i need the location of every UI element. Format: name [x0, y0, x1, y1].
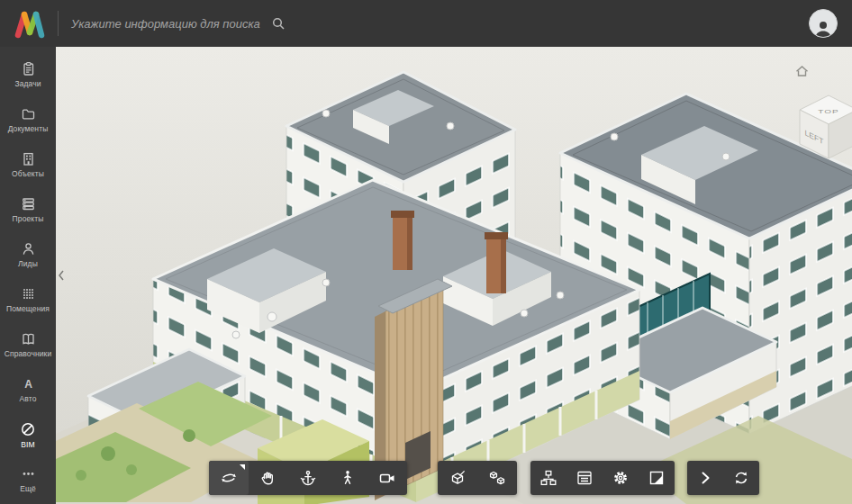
hand-icon: [259, 469, 277, 487]
sidebar-item-bim[interactable]: BIM: [0, 412, 56, 457]
topbar-divider: [58, 11, 59, 36]
sidebar-item-label: Задачи: [14, 79, 41, 88]
dropdown-corner-icon: [240, 464, 245, 470]
sidebar-item-auto[interactable]: А Авто: [0, 367, 56, 412]
sidebar-item-label: Документы: [8, 124, 49, 133]
home-icon: [794, 64, 810, 78]
sidebar-item-label: Авто: [20, 394, 37, 403]
section-cube-icon: [449, 469, 467, 487]
tasks-icon: [21, 61, 36, 76]
auto-icon: А: [21, 376, 36, 392]
settings-button[interactable]: [603, 461, 639, 495]
user-avatar[interactable]: [809, 9, 838, 38]
refresh-button[interactable]: [723, 461, 759, 495]
sidebar-item-projects[interactable]: Проекты: [0, 187, 56, 232]
search-input[interactable]: Укажите информацию для поиска: [71, 16, 286, 31]
leads-icon: [21, 241, 36, 256]
sidebar: Задачи Документы Объекты: [0, 47, 56, 504]
toolbar-group-navigation: [209, 461, 407, 495]
fit-view-button[interactable]: [639, 461, 675, 495]
sidebar-item-more[interactable]: Ещё: [0, 457, 56, 502]
section-button[interactable]: [438, 461, 477, 495]
projects-icon: [21, 196, 36, 212]
objects-icon: [21, 151, 36, 166]
bim-icon: [20, 421, 36, 437]
home-view-button[interactable]: [794, 64, 811, 78]
search-icon[interactable]: [271, 16, 286, 31]
sidebar-item-rooms[interactable]: Помещения: [0, 277, 56, 322]
zoom-button[interactable]: [288, 461, 328, 495]
sidebar-item-label: Ещё: [20, 484, 36, 493]
sidebar-item-objects[interactable]: Объекты: [0, 142, 56, 187]
expand-toolbar-button[interactable]: [687, 461, 723, 495]
application-window: Укажите информацию для поиска Задачи: [0, 0, 852, 504]
topbar: Укажите информацию для поиска: [0, 0, 852, 47]
hierarchy-icon: [539, 469, 557, 487]
fullscreen-icon: [648, 469, 666, 487]
toolbar-group-tools: [530, 461, 675, 495]
sidebar-item-label: Лиды: [18, 259, 38, 268]
model-tree-button[interactable]: [530, 461, 566, 495]
orbit-button[interactable]: [209, 461, 249, 495]
documents-icon: [21, 106, 36, 122]
gear-icon: [612, 469, 630, 487]
refresh-icon: [732, 469, 750, 487]
sidebar-item-label: Объекты: [12, 169, 44, 178]
view-cube[interactable]: TOP LEFT: [787, 86, 852, 178]
pan-button[interactable]: [249, 461, 288, 495]
chevron-left-icon: [58, 269, 65, 282]
toolbar-group-model: [438, 461, 517, 495]
bim-viewer[interactable]: TOP LEFT: [56, 47, 852, 504]
svg-text:А: А: [24, 378, 32, 391]
orbit-icon: [220, 469, 238, 487]
walk-button[interactable]: [328, 461, 367, 495]
search-placeholder: Укажите информацию для поиска: [71, 17, 260, 31]
sidebar-item-tasks[interactable]: Задачи: [0, 52, 56, 97]
viewer-toolbar: [209, 461, 759, 495]
properties-panel-icon: [576, 469, 594, 487]
toolbar-group-misc: [687, 461, 759, 495]
rooms-icon: [21, 286, 36, 302]
more-icon: [21, 466, 36, 482]
chevron-right-icon: [696, 469, 714, 487]
sidebar-collapse-handle[interactable]: [56, 264, 67, 287]
sidebar-item-label: BIM: [21, 440, 34, 449]
sidebar-item-label: Справочники: [5, 349, 52, 358]
app-logo-icon: [12, 7, 48, 40]
directories-icon: [21, 331, 36, 346]
sidebar-item-documents[interactable]: Документы: [0, 97, 56, 142]
sidebar-item-directories[interactable]: Справочники: [0, 322, 56, 367]
bim-scene-canvas[interactable]: [56, 47, 852, 504]
sidebar-item-label: Проекты: [13, 214, 44, 223]
app-logo[interactable]: [9, 6, 50, 40]
properties-button[interactable]: [566, 461, 603, 495]
cubes-icon: [488, 469, 506, 487]
person-walk-icon: [339, 469, 357, 487]
anchor-zoom-icon: [299, 469, 317, 487]
view-cube-top-label: TOP: [818, 109, 838, 114]
user-avatar-icon: [813, 19, 833, 37]
sidebar-item-label: Помещения: [6, 304, 50, 313]
objects-visibility-button[interactable]: [477, 461, 517, 495]
video-camera-icon: [378, 469, 396, 487]
sidebar-item-leads[interactable]: Лиды: [0, 232, 56, 277]
camera-button[interactable]: [367, 461, 407, 495]
